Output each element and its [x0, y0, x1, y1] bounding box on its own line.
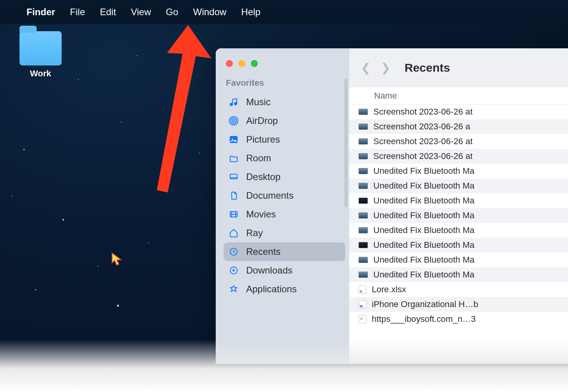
file-thumbnail-icon: [359, 212, 368, 219]
file-name: iPhone Organizational H…b: [372, 299, 478, 309]
finder-toolbar: ❮ ❯ Recents: [349, 48, 568, 87]
sidebar-item-label: Documents: [246, 190, 293, 201]
file-thumbnail-icon: [359, 153, 368, 159]
file-thumbnail-icon: [359, 198, 368, 204]
desktop-folder-work[interactable]: Work: [13, 31, 68, 79]
desktop-icon: [228, 171, 239, 182]
file-thumbnail-icon: [359, 227, 368, 233]
maximize-window-button[interactable]: [251, 60, 258, 67]
home-icon: [228, 228, 239, 238]
file-row[interactable]: Screenshot 2023-06-26 at: [349, 104, 568, 119]
file-name: Screenshot 2023-06-26 a: [373, 122, 470, 132]
close-window-button[interactable]: [226, 60, 233, 67]
file-row[interactable]: Unedited Fix Bluetooth Ma: [349, 193, 568, 208]
menu-view[interactable]: View: [131, 7, 151, 18]
sidebar-item-room[interactable]: Room: [224, 149, 345, 168]
file-name: Unedited Fix Bluetooth Ma: [373, 225, 474, 235]
clock-icon: [228, 246, 239, 257]
sidebar-item-home[interactable]: Ray: [224, 224, 345, 242]
menubar: Finder File Edit View Go Window Help: [0, 0, 568, 24]
applications-icon: [228, 284, 239, 295]
svg-rect-9: [230, 174, 237, 179]
file-row[interactable]: Unedited Fix Bluetooth Ma: [349, 178, 568, 193]
file-name: Lore.xlsx: [372, 284, 406, 295]
file-thumbnail-icon: [359, 257, 368, 263]
sidebar-item-label: Ray: [246, 228, 263, 238]
sidebar-item-label: Recents: [246, 246, 280, 257]
sidebar-item-label: Desktop: [246, 171, 280, 182]
menu-file[interactable]: File: [70, 7, 85, 18]
file-thumbnail-icon: [359, 300, 366, 309]
sidebar-item-label: Applications: [246, 284, 296, 295]
svg-marker-1: [112, 253, 121, 265]
sidebar-item-airdrop[interactable]: AirDrop: [224, 111, 345, 130]
download-icon: [228, 265, 239, 276]
file-name: Unedited Fix Bluetooth Ma: [373, 181, 474, 191]
file-row[interactable]: Unedited Fix Bluetooth Ma: [349, 208, 568, 223]
file-row[interactable]: Screenshot 2023-06-26 a: [349, 119, 568, 134]
movies-icon: [228, 209, 239, 220]
finder-window: Favorites Music AirDrop Pictures Room De…: [216, 48, 568, 364]
sidebar-item-pictures[interactable]: Pictures: [224, 130, 345, 149]
file-row[interactable]: Unedited Fix Bluetooth Ma: [349, 238, 568, 253]
desktop[interactable]: Work Favorites Music AirDrop: [0, 24, 568, 392]
file-thumbnail-icon: [359, 109, 368, 115]
menu-window[interactable]: Window: [193, 7, 226, 18]
minimize-window-button[interactable]: [238, 60, 245, 67]
pictures-icon: [228, 134, 239, 145]
sidebar-item-applications[interactable]: Applications: [224, 280, 345, 298]
svg-point-4: [233, 120, 235, 122]
back-button[interactable]: ❮: [361, 61, 371, 74]
file-name: Unedited Fix Bluetooth Ma: [373, 270, 474, 280]
music-icon: [228, 97, 239, 108]
file-thumbnail-icon: [359, 242, 368, 248]
file-list: Screenshot 2023-06-26 atScreenshot 2023-…: [349, 104, 568, 364]
app-name[interactable]: Finder: [27, 7, 55, 18]
file-row[interactable]: https___iboysoft.com_n…3: [349, 312, 568, 327]
file-row[interactable]: Screenshot 2023-06-26 at: [349, 149, 568, 164]
column-header-name[interactable]: Name: [349, 87, 568, 104]
menu-help[interactable]: Help: [241, 7, 260, 18]
svg-point-8: [232, 138, 233, 139]
sidebar-item-label: Music: [246, 97, 271, 108]
svg-point-3: [234, 102, 237, 105]
sidebar-item-music[interactable]: Music: [224, 93, 345, 111]
file-thumbnail-icon: [359, 138, 368, 145]
annotation-arrow-icon: [152, 25, 222, 196]
forward-button[interactable]: ❯: [381, 61, 390, 74]
file-name: https___iboysoft.com_n…3: [372, 314, 476, 324]
airdrop-icon: [228, 115, 239, 126]
sidebar-item-downloads[interactable]: Downloads: [224, 261, 345, 280]
document-icon: [228, 190, 239, 201]
file-name: Unedited Fix Bluetooth Ma: [373, 196, 474, 206]
sidebar-scrollbar[interactable]: [344, 79, 348, 207]
file-name: Screenshot 2023-06-26 at: [373, 107, 472, 117]
file-row[interactable]: Unedited Fix Bluetooth Ma: [349, 267, 568, 282]
sidebar-item-documents[interactable]: Documents: [224, 186, 345, 205]
sidebar-item-recents[interactable]: Recents: [224, 242, 345, 261]
svg-point-2: [230, 103, 233, 106]
file-thumbnail-icon: [359, 183, 368, 189]
file-thumbnail-icon: [359, 285, 366, 294]
sidebar-item-label: AirDrop: [246, 115, 278, 126]
file-row[interactable]: Lore.xlsx: [349, 282, 568, 297]
file-name: Unedited Fix Bluetooth Ma: [373, 210, 474, 221]
folder-icon: [228, 153, 239, 164]
sidebar-item-desktop[interactable]: Desktop: [224, 168, 345, 186]
sidebar-item-movies[interactable]: Movies: [224, 205, 345, 224]
menu-go[interactable]: Go: [166, 7, 178, 18]
file-row[interactable]: Unedited Fix Bluetooth Ma: [349, 253, 568, 267]
mouse-cursor-icon: [111, 252, 123, 266]
menu-edit[interactable]: Edit: [100, 7, 116, 18]
finder-sidebar: Favorites Music AirDrop Pictures Room De…: [216, 48, 349, 364]
svg-marker-0: [157, 25, 211, 192]
file-name: Unedited Fix Bluetooth Ma: [373, 255, 474, 265]
page-fade: [0, 340, 568, 392]
file-row[interactable]: Unedited Fix Bluetooth Ma: [349, 164, 568, 178]
file-row[interactable]: Screenshot 2023-06-26 at: [349, 134, 568, 149]
file-row[interactable]: Unedited Fix Bluetooth Ma: [349, 223, 568, 238]
sidebar-item-label: Downloads: [246, 265, 293, 276]
sidebar-item-label: Movies: [246, 209, 276, 220]
file-row[interactable]: iPhone Organizational H…b: [349, 297, 568, 312]
sidebar-item-label: Room: [246, 153, 271, 164]
